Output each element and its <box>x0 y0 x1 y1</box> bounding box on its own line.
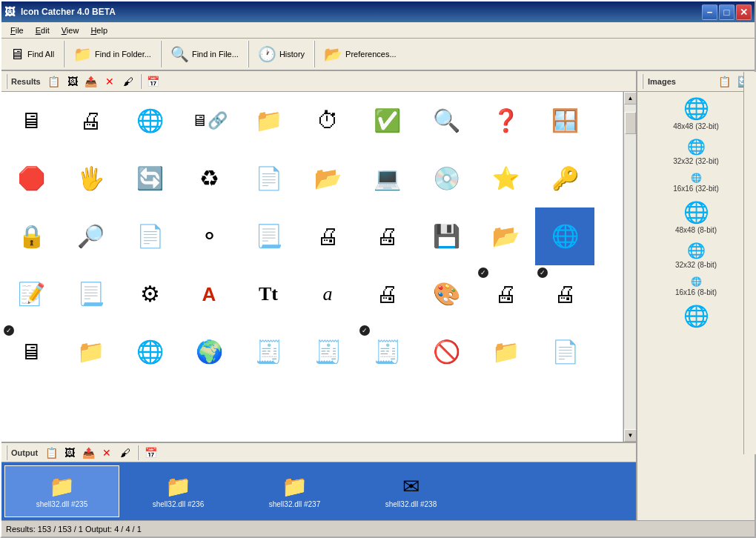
icon-cell-6[interactable]: ✅ <box>357 92 417 150</box>
history-button[interactable]: 🕐 History <box>253 44 310 64</box>
icon-cell-2[interactable]: 🌐 <box>120 92 179 150</box>
images-content: 🌐 48x48 (32-bit) 🌐 32x32 (32-bit) 🌐 16x1… <box>637 92 755 520</box>
icon-cell-43[interactable]: 🌍 <box>179 323 239 381</box>
image-entry-0[interactable]: 🌐 48x48 (32-bit) <box>640 95 752 132</box>
close-button[interactable]: ✕ <box>736 4 752 20</box>
find-folder-icon: 📁 <box>73 47 92 62</box>
image-entry-3[interactable]: 🌐 48x48 (8-bit) <box>640 199 752 236</box>
image-entry-6[interactable]: 🌐 <box>640 302 752 330</box>
icon-cell-17[interactable]: 💿 <box>417 150 476 207</box>
icon-cell-12[interactable]: 🔄 <box>120 150 179 207</box>
results-copy-btn[interactable]: 📋 <box>46 73 62 90</box>
menu-file[interactable]: File <box>4 24 30 36</box>
icon-cell-40[interactable]: ✓ 🖥 <box>1 323 61 381</box>
icon-cell-4[interactable]: 📁 <box>239 92 298 150</box>
image-entry-4[interactable]: 🌐 32x32 (8-bit) <box>640 240 752 270</box>
icon-grid-scroll[interactable]: 🖥 🖨 🌐 🖥🔗 📁 ⏱ ✅ 🔍 ❓ 🪟 🛑 🖐 🔄 <box>1 92 623 442</box>
status-text: Results: 153 / 153 / 1 Output: 4 / 4 / 1 <box>6 525 142 534</box>
icon-cell-26[interactable]: 🖨 <box>357 207 417 265</box>
output-label: Output <box>11 448 38 457</box>
icon-cell-46[interactable]: ✓ 🧾 <box>357 323 417 381</box>
icon-cell-28[interactable]: 📂 <box>476 207 535 265</box>
icon-cell-0[interactable]: 🖥 <box>1 92 61 150</box>
icon-cell-36[interactable]: 🖨 <box>357 265 417 323</box>
icon-cell-19[interactable]: 🔑 <box>535 150 594 207</box>
find-in-file-button[interactable]: 🔍 Find in File... <box>165 44 244 64</box>
output-image-btn[interactable]: 🖼 <box>62 445 78 461</box>
maximize-button[interactable]: □ <box>719 4 735 20</box>
preferences-button[interactable]: 📂 Preferences... <box>319 44 401 64</box>
thumb-item-1[interactable]: 📁 shell32.dll #236 <box>121 465 236 517</box>
icon-cell-20[interactable]: 🔒 <box>1 207 61 265</box>
icon-cell-31[interactable]: 📃 <box>61 265 120 323</box>
icon-cell-18[interactable]: ⭐ <box>476 150 535 207</box>
image-entry-2[interactable]: 🌐 16x16 (32-bit) <box>640 171 752 194</box>
output-brush-btn[interactable]: 🖌 <box>117 445 133 461</box>
toolbar-sep-3 <box>248 41 249 67</box>
icon-cell-42[interactable]: 🌐 <box>120 323 179 381</box>
icon-cell-39[interactable]: ✓ 🖨 <box>535 265 594 323</box>
output-delete-btn[interactable]: ✕ <box>99 445 115 461</box>
icon-cell-13[interactable]: ♻ <box>179 150 239 207</box>
images-copy-btn[interactable]: 📋 <box>716 73 732 90</box>
icon-cell-11[interactable]: 🖐 <box>61 150 120 207</box>
icon-cell-15[interactable]: 📂 <box>298 150 357 207</box>
icon-cell-3[interactable]: 🖥🔗 <box>179 92 239 150</box>
icon-cell-37[interactable]: 🎨 <box>417 265 476 323</box>
results-delete-btn[interactable]: ✕ <box>102 73 118 90</box>
minimize-button[interactable]: − <box>702 4 717 20</box>
find-in-folder-button[interactable]: 📁 Find in Folder... <box>68 44 156 64</box>
thumb-item-0[interactable]: 📁 shell32.dll #235 <box>4 465 119 517</box>
icon-cell-32[interactable]: ⚙ <box>120 265 179 323</box>
results-brush-btn[interactable]: 🖌 <box>120 73 136 90</box>
right-scrollbar <box>743 72 755 454</box>
icon-cell-35[interactable]: a <box>298 265 357 323</box>
icon-cell-44[interactable]: 🧾 <box>239 323 298 381</box>
icon-cell-49[interactable]: 📄 <box>535 323 594 381</box>
icon-cell-29[interactable]: 🌐 <box>535 207 594 265</box>
icon-cell-10[interactable]: 🛑 <box>1 150 61 207</box>
icon-cell-33[interactable]: A <box>179 265 239 323</box>
scroll-down-arrow[interactable]: ▼ <box>624 429 636 442</box>
icon-cell-30[interactable]: 📝 <box>1 265 61 323</box>
icon-cell-8[interactable]: ❓ <box>476 92 535 150</box>
menu-edit[interactable]: Edit <box>30 24 56 36</box>
icon-cell-23[interactable]: ⚬ <box>179 207 239 265</box>
icon-cell-16[interactable]: 💻 <box>357 150 417 207</box>
results-image-btn[interactable]: 🖼 <box>64 73 81 90</box>
icon-cell-14[interactable]: 📄 <box>239 150 298 207</box>
icon-cell-27[interactable]: 💾 <box>417 207 476 265</box>
icon-cell-41[interactable]: 📁 <box>61 323 120 381</box>
icon-cell-45[interactable]: 🧾 <box>298 323 357 381</box>
menu-view[interactable]: View <box>56 24 85 36</box>
menu-help[interactable]: Help <box>84 24 113 36</box>
scroll-thumb[interactable] <box>625 112 636 134</box>
thumb-item-2[interactable]: 📁 shell32.dll #237 <box>237 465 352 517</box>
find-all-button[interactable]: 🖥 Find All <box>4 44 59 64</box>
icon-cell-24[interactable]: 📃 <box>239 207 298 265</box>
find-all-label: Find All <box>27 50 54 59</box>
results-export-btn[interactable]: 📤 <box>83 73 99 90</box>
icon-cell-9[interactable]: 🪟 <box>535 92 594 150</box>
icon-cell-1[interactable]: 🖨 <box>61 92 120 150</box>
output-calendar-btn[interactable]: 📅 <box>142 445 159 461</box>
icon-cell-7[interactable]: 🔍 <box>417 92 476 150</box>
toolbar: 🖥 Find All 📁 Find in Folder... 🔍 Find in… <box>1 39 755 71</box>
scroll-track[interactable] <box>624 104 636 429</box>
output-copy-btn[interactable]: 📋 <box>43 445 59 461</box>
icon-cell-25[interactable]: 🖨 <box>298 207 357 265</box>
icon-cell-22[interactable]: 📄 <box>120 207 179 265</box>
icon-cell-21[interactable]: 🔎 <box>61 207 120 265</box>
results-calendar-btn[interactable]: 📅 <box>145 73 162 90</box>
icon-cell-34[interactable]: Tt <box>239 265 298 323</box>
image-entry-1[interactable]: 🌐 32x32 (32-bit) <box>640 136 752 167</box>
icon-cell-48[interactable]: 📁 <box>476 323 535 381</box>
image-entry-5[interactable]: 🌐 16x16 (8-bit) <box>640 275 752 298</box>
thumb-item-3[interactable]: ✉ shell32.dll #238 <box>354 465 468 517</box>
icon-cell-38[interactable]: ✓ 🖨 <box>476 265 535 323</box>
icon-cell-47[interactable]: 🚫 <box>417 323 476 381</box>
output-export-btn[interactable]: 📤 <box>80 445 96 461</box>
scroll-up-arrow[interactable]: ▲ <box>624 92 636 104</box>
image-icon-3: 🌐 <box>683 200 709 225</box>
icon-cell-5[interactable]: ⏱ <box>298 92 357 150</box>
